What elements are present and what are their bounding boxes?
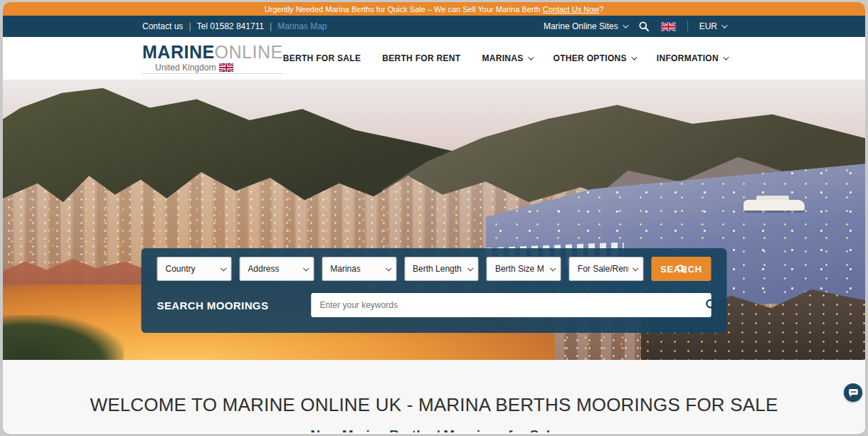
topbar: Contact us | Tel 01582 841711 | Marinas … <box>3 16 865 37</box>
main-nav: MARINEONLINE United Kingdom BERTH FOR SA… <box>3 37 865 80</box>
welcome-section: WELCOME TO MARINE ONLINE UK - MARINA BER… <box>3 360 865 432</box>
chevron-down-icon <box>550 265 556 271</box>
page: Urgently Needed Marina Berths for Quick … <box>3 2 865 434</box>
search-button-label: SEARCH <box>660 264 702 275</box>
hero-image: Country Address Marinas Berth Length M (… <box>3 80 865 360</box>
nav-label: INFORMATION <box>657 53 719 63</box>
sale-rent-select[interactable]: For Sale/Rent <box>569 257 644 281</box>
logo-online: ONLINE <box>215 42 283 62</box>
chevron-down-icon <box>623 22 628 28</box>
chevron-down-icon <box>528 54 534 60</box>
berth-size-select[interactable]: Berth Size M (Metres) <box>487 257 561 281</box>
nav-menu: BERTH FOR SALE BERTH FOR RENT MARINAS OT… <box>283 53 727 63</box>
separator: | <box>189 21 191 31</box>
nav-berth-for-sale[interactable]: BERTH FOR SALE <box>283 53 361 63</box>
contact-us-link[interactable]: Contact us <box>142 21 183 31</box>
topbar-contact-group: Contact us | Tel 01582 841711 | Marinas … <box>142 21 327 31</box>
select-value: Country <box>166 264 196 274</box>
welcome-heading: WELCOME TO MARINE ONLINE UK - MARINA BER… <box>3 360 865 416</box>
contact-us-now-link[interactable]: Contact Us Now <box>543 5 599 14</box>
berth-length-select[interactable]: Berth Length M (Metres) <box>404 257 479 281</box>
logo[interactable]: MARINEONLINE United Kingdom <box>142 43 283 74</box>
phone-number: Tel 01582 841711 <box>197 21 265 31</box>
chevron-down-icon <box>721 22 727 28</box>
chevron-down-icon <box>723 54 729 60</box>
sub-heading: New Marina Berths / Moorings for Sale <box>3 427 865 432</box>
logo-subtitle: United Kingdom <box>155 63 216 72</box>
select-value: Berth Size M (Metres) <box>495 264 546 274</box>
marinas-map-link[interactable]: Marinas Map <box>277 21 327 31</box>
filters-row: Country Address Marinas Berth Length M (… <box>157 257 711 281</box>
marinas-select[interactable]: Marinas <box>322 257 396 281</box>
select-value: For Sale/Rent <box>578 264 629 274</box>
separator: | <box>270 21 272 31</box>
select-value: Address <box>248 264 279 274</box>
uk-flag-icon[interactable] <box>661 22 676 31</box>
nav-label: BERTH FOR SALE <box>283 53 361 63</box>
divider <box>687 21 688 32</box>
chevron-down-icon <box>303 265 309 271</box>
address-select[interactable]: Address <box>239 257 314 281</box>
nav-label: OTHER OPTIONS <box>554 53 627 63</box>
currency-dropdown[interactable]: EUR <box>699 21 726 31</box>
nav-marinas[interactable]: MARINAS <box>482 53 531 63</box>
search-button[interactable]: SEARCH <box>652 257 711 281</box>
uk-flag-icon <box>219 63 233 72</box>
marine-online-sites-label: Marine Online Sites <box>544 21 618 31</box>
announcement-text: Urgently Needed Marina Berths for Quick … <box>265 5 541 14</box>
search-icon[interactable] <box>638 21 650 32</box>
topbar-utility-group: Marine Online Sites <box>544 21 726 32</box>
moorings-row: SEARCH MOORINGS <box>157 293 711 317</box>
nav-berth-for-rent[interactable]: BERTH FOR RENT <box>382 53 460 63</box>
chat-button[interactable] <box>844 383 862 402</box>
chevron-down-icon <box>467 265 473 271</box>
hero-cruise-ship <box>743 200 805 211</box>
logo-marine: MARINE <box>142 42 215 62</box>
chevron-down-icon <box>221 265 226 271</box>
country-select[interactable]: Country <box>157 257 232 281</box>
nav-information[interactable]: INFORMATION <box>657 53 727 63</box>
chat-bubble-icon <box>848 388 859 398</box>
search-panel: Country Address Marinas Berth Length M (… <box>142 248 727 333</box>
nav-other-options[interactable]: OTHER OPTIONS <box>554 53 635 63</box>
currency-label: EUR <box>699 21 717 31</box>
chevron-down-icon <box>631 54 637 60</box>
select-value: Berth Length M (Metres) <box>413 264 464 274</box>
chevron-down-icon <box>386 265 391 271</box>
nav-label: MARINAS <box>482 53 523 63</box>
search-moorings-label: SEARCH MOORINGS <box>157 299 312 312</box>
keyword-search-field <box>312 293 711 317</box>
select-value: Marinas <box>330 264 361 274</box>
announcement-banner: Urgently Needed Marina Berths for Quick … <box>3 2 865 16</box>
keyword-input[interactable] <box>312 293 711 317</box>
chevron-down-icon <box>633 265 638 271</box>
marine-online-sites-dropdown[interactable]: Marine Online Sites <box>544 21 627 31</box>
nav-label: BERTH FOR RENT <box>382 53 460 63</box>
hero-trees <box>3 315 124 360</box>
announcement-text-suffix: ? <box>599 5 603 14</box>
